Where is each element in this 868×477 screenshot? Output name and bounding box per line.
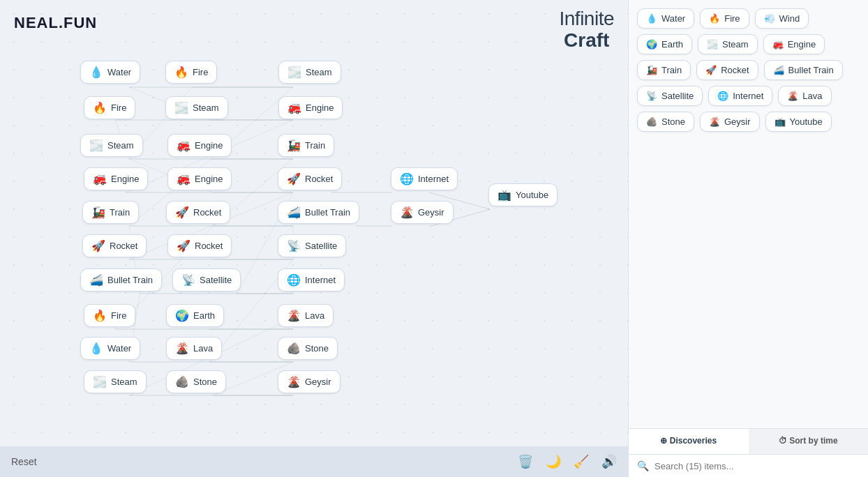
sidebar-card-wind[interactable]: 💨Wind: [755, 8, 809, 29]
sidebar-card-emoji: 💧: [646, 13, 657, 24]
card-label: Geysir: [305, 377, 331, 387]
card-emoji: 🌫️: [93, 375, 107, 388]
sidebar-card-satellite[interactable]: 📡Satellite: [637, 86, 703, 106]
card-label: Lava: [193, 343, 213, 354]
sidebar-card-label: Steam: [722, 39, 749, 50]
sidebar-card-emoji: 🌐: [717, 91, 728, 101]
card-emoji: 💧: [89, 342, 103, 355]
title-line2: Craft: [560, 30, 615, 52]
card-emoji: 🔥: [93, 101, 107, 114]
card-label: Rocket: [193, 207, 221, 218]
card-emoji: 🌋: [287, 309, 301, 322]
canvas-card-c28[interactable]: 🌋Lava: [166, 337, 222, 360]
canvas-card-c29[interactable]: 🪨Stone: [278, 337, 338, 360]
sidebar-card-bullet-train[interactable]: 🚄Bullet Train: [764, 60, 843, 80]
sidebar-card-internet[interactable]: 🌐Internet: [708, 86, 772, 106]
canvas-card-c17[interactable]: 🌋Geysir: [391, 201, 454, 224]
canvas-card-c11[interactable]: 🚒Engine: [167, 167, 232, 190]
canvas-card-c10[interactable]: 🚒Engine: [84, 167, 148, 190]
canvas-card-c27[interactable]: 💧Water: [80, 337, 140, 360]
canvas-card-c2[interactable]: 🔥Fire: [165, 61, 217, 84]
search-bar[interactable]: 🔍: [629, 455, 868, 477]
canvas-card-c14[interactable]: 🚂Train: [82, 201, 139, 224]
sidebar-card-emoji: 🔥: [709, 13, 720, 24]
card-emoji: 🌫️: [89, 139, 103, 152]
sidebar-card-earth[interactable]: 🌍Earth: [637, 34, 692, 54]
sidebar-card-engine[interactable]: 🚒Engine: [763, 34, 825, 54]
trash-icon[interactable]: 🗑️: [518, 454, 533, 469]
sidebar-card-train[interactable]: 🚂Train: [637, 60, 691, 80]
card-label: Water: [107, 67, 131, 77]
reset-button[interactable]: Reset: [11, 456, 37, 467]
card-label: Internet: [305, 275, 336, 285]
sidebar-card-youtube[interactable]: 📺Youtube: [765, 112, 832, 132]
canvas-card-c25[interactable]: 🌍Earth: [166, 304, 224, 327]
card-label: Steam: [193, 103, 219, 113]
canvas-card-c3[interactable]: 🌫️Steam: [278, 61, 341, 84]
card-label: Geysir: [418, 207, 444, 218]
canvas-card-c18[interactable]: 🚀Rocket: [82, 234, 147, 257]
card-emoji: 🚄: [287, 206, 301, 219]
sidebar-card-label: Satellite: [661, 91, 694, 101]
canvas-card-c22[interactable]: 📡Satellite: [172, 268, 241, 292]
canvas-card-c9[interactable]: 🚂Train: [278, 134, 334, 157]
canvas-card-c1[interactable]: 💧Water: [80, 61, 140, 84]
canvas-area[interactable]: NEAL.FUN Infinite Craft: [0, 0, 628, 477]
card-emoji: 📡: [287, 239, 301, 252]
canvas-card-c30[interactable]: 🌫️Steam: [84, 370, 147, 393]
canvas-card-c4[interactable]: 🔥Fire: [84, 96, 135, 119]
canvas-card-c20[interactable]: 📡Satellite: [278, 234, 346, 257]
canvas-card-c15[interactable]: 🚀Rocket: [166, 201, 230, 224]
sidebar-card-steam[interactable]: 🌫️Steam: [698, 34, 758, 54]
sidebar-card-label: Engine: [788, 39, 816, 50]
search-input[interactable]: [654, 461, 860, 471]
sidebar-card-geysir[interactable]: 🌋Geysir: [700, 112, 760, 132]
sidebar-card-emoji: 🌋: [787, 91, 798, 101]
bottom-icons: 🗑️ 🌙 🧹 🔊: [518, 454, 617, 469]
card-label: Engine: [195, 174, 223, 184]
moon-icon[interactable]: 🌙: [546, 454, 561, 469]
card-emoji: 🚂: [287, 139, 301, 152]
logo: NEAL.FUN: [14, 14, 97, 32]
card-label: Rocket: [305, 174, 333, 184]
canvas-card-c8[interactable]: 🚒Engine: [167, 134, 232, 157]
canvas-card-c33[interactable]: 📺Youtube: [488, 183, 558, 206]
canvas-card-c12[interactable]: 🚀Rocket: [278, 167, 342, 190]
canvas-card-c21[interactable]: 🚄Bullet Train: [80, 268, 162, 292]
sidebar-card-emoji: 🌫️: [707, 39, 718, 50]
card-label: Train: [110, 207, 130, 218]
sidebar-card-emoji: 📡: [646, 91, 657, 101]
card-label: Engine: [195, 140, 223, 151]
brush-icon[interactable]: 🧹: [574, 454, 589, 469]
sidebar-card-emoji: 🚀: [705, 65, 717, 75]
title-block: Infinite Craft: [560, 8, 615, 52]
canvas-card-c16[interactable]: 🚄Bullet Train: [278, 201, 359, 224]
canvas-card-c32[interactable]: 🌋Geysir: [278, 370, 341, 393]
canvas-card-c13[interactable]: 🌐Internet: [391, 167, 458, 190]
sidebar-card-rocket[interactable]: 🚀Rocket: [696, 60, 758, 80]
sidebar-tab-0[interactable]: ⊕ Discoveries: [629, 429, 749, 454]
canvas-card-c6[interactable]: 🚒Engine: [278, 96, 343, 119]
canvas-card-c7[interactable]: 🌫️Steam: [80, 134, 143, 157]
card-emoji: 🚀: [177, 239, 190, 252]
card-label: Bullet Train: [107, 275, 153, 285]
sidebar-card-lava[interactable]: 🌋Lava: [778, 86, 831, 106]
sidebar: 💧Water🔥Fire💨Wind🌍Earth🌫️Steam🚒Engine🚂Tra…: [628, 0, 868, 477]
sidebar-card-emoji: 🌋: [709, 116, 720, 127]
sidebar-card-fire[interactable]: 🔥Fire: [700, 8, 749, 29]
canvas-card-c23[interactable]: 🌐Internet: [278, 268, 345, 292]
sidebar-items-grid: 💧Water🔥Fire💨Wind🌍Earth🌫️Steam🚒Engine🚂Tra…: [629, 0, 868, 428]
sidebar-card-emoji: 🚒: [772, 39, 784, 50]
canvas-card-c26[interactable]: 🌋Lava: [278, 304, 334, 327]
card-label: Satellite: [305, 241, 337, 251]
card-label: Stone: [305, 343, 329, 354]
canvas-card-c24[interactable]: 🔥Fire: [84, 304, 135, 327]
canvas-card-c31[interactable]: 🪨Stone: [166, 370, 226, 393]
sidebar-card-water[interactable]: 💧Water: [637, 8, 694, 29]
canvas-card-c19[interactable]: 🚀Rocket: [167, 234, 232, 257]
sidebar-card-stone[interactable]: 🪨Stone: [637, 112, 694, 132]
card-label: Fire: [193, 67, 208, 77]
volume-icon[interactable]: 🔊: [601, 454, 617, 469]
sidebar-tab-1[interactable]: ⏱ Sort by time: [749, 429, 869, 454]
canvas-card-c5[interactable]: 🌫️Steam: [165, 96, 228, 119]
